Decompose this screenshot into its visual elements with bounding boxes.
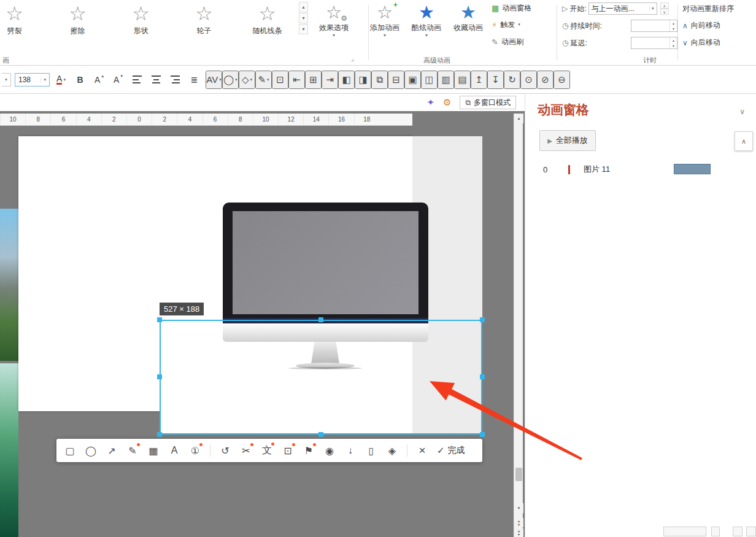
send-backward-icon[interactable]: ◨ ▾	[355, 71, 371, 89]
distribute-horizontal-icon[interactable]: ▥ ▾	[438, 71, 454, 89]
start-spinner[interactable]: ∧∨	[660, 2, 669, 15]
intersect-shapes-icon[interactable]: ⊖ ▾	[554, 71, 570, 89]
save-icon[interactable]: ↓	[344, 445, 357, 456]
delay-spinner[interactable]: ▴▾	[669, 37, 677, 48]
selection-handle-e[interactable]	[480, 374, 485, 379]
selection-handle-w[interactable]	[157, 374, 162, 379]
scroll-up-button[interactable]: ▴	[514, 114, 523, 123]
ocr-icon[interactable]: ⊡	[282, 445, 294, 457]
mosaic-tool-icon[interactable]: ▦	[147, 445, 160, 457]
next-slide-button[interactable]: ▾▾	[514, 528, 523, 537]
collapse-pane-button[interactable]: ∧	[735, 131, 753, 151]
arrow-tool-icon[interactable]: ↗	[106, 445, 118, 457]
capture-selection-rect[interactable]	[160, 320, 482, 435]
move-earlier-button[interactable]: ∧ 向前移动	[682, 20, 720, 31]
ellipse-tool-icon[interactable]: ◯	[85, 445, 97, 457]
step-number-tool-icon[interactable]: ①	[189, 445, 201, 457]
scrollbar-thumb[interactable]	[515, 468, 522, 481]
trigger-button[interactable]: ⚡ 触发 ▾	[492, 18, 520, 31]
zoom-spinner-partial[interactable]	[711, 527, 720, 536]
slide-thumbnail-1[interactable]	[0, 209, 18, 361]
font-size-combo[interactable]: 138 ▾	[15, 73, 50, 87]
gallery-scroll-up-button[interactable]: ▴	[299, 2, 308, 12]
rotate-object-icon[interactable]: ↻ ▾	[504, 71, 520, 89]
effect-random-lines[interactable]: ☆ 随机线条	[236, 0, 299, 36]
effect-split[interactable]: ☆ 劈裂	[0, 0, 46, 36]
phone-transfer-icon[interactable]: ▯	[365, 445, 377, 457]
undo-icon[interactable]: ↺	[219, 445, 231, 457]
bookmark-icon[interactable]: ◈	[386, 445, 398, 457]
cool-animation-button[interactable]: ★ 酷炫动画 ▾	[407, 1, 446, 39]
start-combo[interactable]: 与上一动画... ▾	[588, 2, 657, 15]
insert-shape-icon[interactable]: ◯ ▾	[222, 71, 239, 89]
settings-gear-icon[interactable]: ⚙	[443, 97, 451, 108]
font-color-button[interactable]: A ▾	[53, 71, 69, 89]
letter-spacing-icon[interactable]: AV ▾	[206, 71, 222, 89]
delay-input[interactable]: ▴▾	[631, 37, 677, 49]
smart-effects-icon[interactable]: ✦	[426, 97, 434, 108]
dialog-launcher-icon[interactable]: ⌟	[351, 55, 354, 62]
align-center-objects-icon[interactable]: ⊞ ▾	[305, 71, 322, 89]
animation-list-item[interactable]: 0 图片 11	[525, 160, 756, 179]
slide-thumbnail-2[interactable]	[0, 363, 18, 537]
translate-icon[interactable]: 文	[261, 444, 273, 457]
effect-options-button[interactable]: ☆⚙ 效果选项 ▾	[315, 1, 353, 39]
distribute-vertical-icon[interactable]: ▤ ▾	[454, 71, 471, 89]
text-effects-icon[interactable]: ⊡ ▾	[272, 71, 288, 89]
play-all-button[interactable]: ▶ 全部播放	[539, 130, 596, 151]
gallery-more-button[interactable]: ▾	[299, 24, 308, 34]
gallery-scroll-down-button[interactable]: ▾	[299, 13, 308, 23]
selection-handle-sw[interactable]	[157, 432, 162, 437]
favorite-animation-button[interactable]: ★ 收藏动画	[449, 1, 487, 33]
subtract-shapes-icon[interactable]: ⊘ ▾	[537, 71, 554, 89]
group-objects-icon[interactable]: ▣ ▾	[404, 71, 421, 89]
align-center-button[interactable]	[148, 71, 164, 89]
selection-handle-ne[interactable]	[480, 317, 485, 322]
effect-wheel[interactable]: ☆ 轮子	[172, 0, 236, 36]
selection-handle-n[interactable]	[318, 317, 323, 322]
multi-window-mode-button[interactable]: ⧉ 多窗口模式	[460, 96, 516, 109]
add-animation-button[interactable]: ☆+ 添加动画 ▾	[366, 1, 404, 39]
seconds-dropdown-partial[interactable]	[663, 527, 706, 536]
selection-handle-s[interactable]	[318, 432, 323, 437]
animation-pane-button[interactable]: ▦ 动画窗格	[492, 2, 531, 14]
selection-handle-nw[interactable]	[157, 317, 162, 322]
bring-forward-icon[interactable]: ◧ ▾	[338, 71, 355, 89]
pane-button-partial[interactable]	[746, 527, 756, 536]
align-left-button[interactable]	[129, 71, 145, 89]
shrink-font-button[interactable]: A▾	[110, 71, 126, 89]
effect-shape[interactable]: ☆ 形状	[109, 0, 172, 36]
bring-to-front-icon[interactable]: ⧉ ▾	[371, 71, 388, 89]
align-right-button[interactable]	[168, 71, 183, 89]
shape-outline-icon[interactable]: ✎ ▾	[255, 71, 272, 89]
scroll-down-button[interactable]: ▾	[514, 503, 523, 513]
record-icon[interactable]: ◉	[323, 445, 336, 457]
align-right-objects-icon[interactable]: ⇥ ▾	[322, 71, 338, 89]
chevron-down-icon[interactable]: ∨	[739, 107, 745, 116]
effect-wipe[interactable]: ☆ 擦除	[46, 0, 109, 36]
pen-tool-icon[interactable]: ✎	[126, 445, 139, 457]
font-name-combo-partial[interactable]: ▾	[2, 73, 11, 87]
shape-fill-icon[interactable]: ◇ ▾	[239, 71, 255, 89]
pin-icon[interactable]: ⚑	[303, 445, 315, 457]
previous-slide-button[interactable]: ▴▴	[514, 518, 523, 527]
align-bottom-icon[interactable]: ↧ ▾	[487, 71, 504, 89]
grow-font-button[interactable]: A▴	[91, 71, 107, 89]
ungroup-objects-icon[interactable]: ◫ ▾	[421, 71, 438, 89]
merge-shapes-icon[interactable]: ⊙ ▾	[520, 71, 537, 89]
animation-painter-button[interactable]: ✎ 动画刷	[492, 36, 523, 48]
rect-tool-icon[interactable]: ▢	[64, 445, 76, 457]
duration-spinner[interactable]: ▴▾	[669, 20, 677, 31]
align-left-objects-icon[interactable]: ⇤ ▾	[288, 71, 305, 89]
send-to-back-icon[interactable]: ⊟ ▾	[388, 71, 404, 89]
region-capture-icon[interactable]: ✂	[240, 445, 252, 457]
animation-timeline-bar[interactable]	[674, 164, 711, 174]
move-later-button[interactable]: ∨ 向后移动	[682, 37, 720, 48]
text-tool-icon[interactable]: A	[168, 445, 180, 456]
bold-button[interactable]: B	[72, 71, 88, 89]
duration-input[interactable]: ▴▾	[631, 20, 677, 32]
selection-handle-se[interactable]	[480, 432, 485, 437]
cancel-capture-button[interactable]: ×	[416, 444, 428, 457]
line-spacing-button[interactable]: ≣	[187, 71, 202, 89]
finish-capture-button[interactable]: ✓ 完成	[437, 445, 465, 456]
